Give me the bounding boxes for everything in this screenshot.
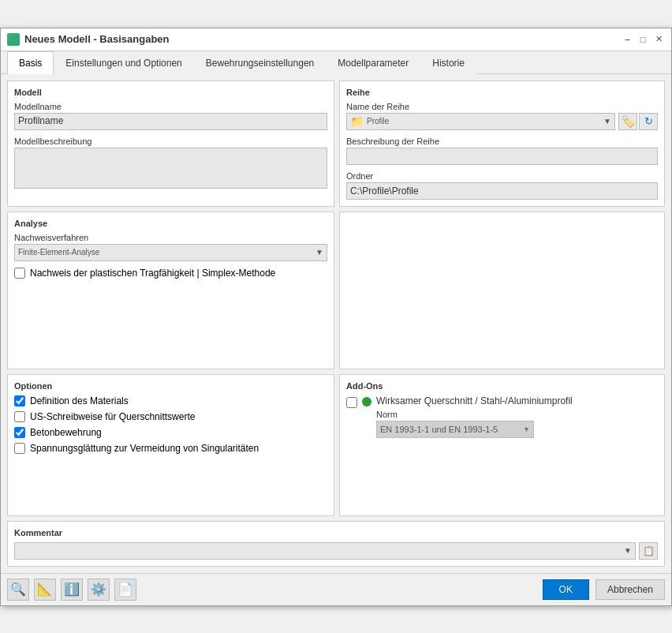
tab-bar: Basis Einstellungen und Optionen Bewehru… [1, 51, 671, 74]
analyse-panel: Analyse Nachweisverfahren Finite-Element… [7, 212, 334, 369]
app-icon [7, 33, 20, 46]
ordner-label: Ordner [346, 171, 658, 181]
addon-status-dot [362, 397, 371, 406]
beschreibung-label: Beschreibung der Reihe [346, 137, 658, 146]
analyse-row: Analyse Nachweisverfahren Finite-Element… [7, 212, 665, 369]
kommentar-inner: ▼ 📋 [14, 542, 658, 560]
option-checkbox-0[interactable] [14, 395, 25, 406]
norm-value: EN 1993-1-1 und EN 1993-1-5 [380, 425, 498, 434]
option-item-1: US-Schreibweise für Querschnittswerte [14, 411, 327, 422]
addon-content: Wirksamer Querschnitt / Stahl-/Aluminium… [376, 395, 658, 438]
window-title: Neues Modell - Basisangaben [24, 33, 170, 45]
title-controls: ‒ □ ✕ [621, 33, 665, 46]
kommentar-label: Kommentar [14, 528, 658, 537]
bottom-bar: 🔍 📐 ℹ️ ⚙️ 📄 OK Abbrechen [1, 573, 671, 605]
option-label-2: Betonbewehrung [30, 427, 102, 438]
kommentar-panel: Kommentar ▼ 📋 [7, 521, 665, 567]
reihe-name-container: 📁 Profile ▼ 🏷️ ↻ [346, 113, 658, 130]
bottom-left: 🔍 📐 ℹ️ ⚙️ 📄 [7, 579, 136, 601]
title-bar-left: Neues Modell - Basisangaben [7, 33, 170, 46]
simplex-row: Nachweis der plastischen Tragfähigkeit |… [14, 268, 327, 279]
options-row: Optionen Definition des Materials US-Sch… [7, 374, 665, 516]
cancel-button[interactable]: Abbrechen [595, 579, 665, 600]
ordner-path: C:\Profile\Profile [346, 182, 658, 200]
tab-basis[interactable]: Basis [7, 51, 54, 74]
options-panel: Optionen Definition des Materials US-Sch… [7, 374, 334, 516]
addons-section-label: Add-Ons [346, 381, 658, 391]
nachweisverfahren-label: Nachweisverfahren [14, 233, 327, 242]
modellname-input[interactable]: Profilname [14, 113, 327, 130]
options-section-label: Optionen [14, 381, 327, 391]
option-label-1: US-Schreibweise für Querschnittswerte [30, 411, 195, 422]
option-item-3: Spannungsglättung zur Vermeidung von Sin… [14, 443, 327, 454]
norm-dropdown[interactable]: EN 1993-1-1 und EN 1993-1-5 ▼ [376, 421, 534, 438]
modellbeschreibung-textarea[interactable] [14, 148, 327, 189]
reihe-panel: Reihe Name der Reihe 📁 Profile ▼ 🏷️ ↻ [339, 81, 665, 207]
modellbeschreibung-label: Modellbeschreibung [14, 137, 327, 146]
option-item-0: Definition des Materials [14, 395, 327, 406]
addon-checkbox-0[interactable] [346, 397, 357, 408]
main-content: Modell Modellname Profilname Modellbesch… [1, 74, 671, 573]
beschreibung-input[interactable] [346, 148, 658, 165]
addon-label-0: Wirksamer Querschnitt / Stahl-/Aluminium… [376, 395, 658, 406]
reihe-name-label: Name der Reihe [346, 102, 658, 111]
settings-icon-button[interactable]: ⚙️ [88, 579, 110, 601]
kommentar-dropdown[interactable]: ▼ [14, 542, 636, 560]
modellname-label: Modellname [14, 102, 327, 111]
modell-panel: Modell Modellname Profilname Modellbesch… [7, 81, 334, 207]
nachweisverfahren-dropdown[interactable]: Finite-Element-Analyse ▼ [14, 244, 327, 261]
addon-item-0: Wirksamer Querschnitt / Stahl-/Aluminium… [346, 395, 658, 438]
simplex-checkbox[interactable] [14, 268, 25, 279]
tab-einstellungen[interactable]: Einstellungen und Optionen [54, 51, 193, 74]
option-label-0: Definition des Materials [30, 395, 129, 406]
analyse-right-panel [339, 212, 665, 369]
reihe-name-value: Profile [367, 117, 389, 125]
tab-modellparameter[interactable]: Modellparameter [326, 51, 420, 74]
measure-icon-button[interactable]: 📐 [34, 579, 56, 601]
option-checkbox-2[interactable] [14, 427, 25, 438]
option-checkbox-1[interactable] [14, 411, 25, 422]
simplex-label: Nachweis der plastischen Tragfähigkeit |… [30, 268, 275, 279]
addons-panel: Add-Ons Wirksamer Querschnitt / Stahl-/A… [339, 374, 665, 516]
option-label-3: Spannungsglättung zur Vermeidung von Sin… [30, 443, 259, 454]
tab-historie[interactable]: Historie [420, 51, 476, 74]
norm-label: Norm [376, 410, 658, 419]
minimize-button[interactable]: ‒ [621, 33, 633, 46]
nachweisverfahren-value: Finite-Element-Analyse [18, 248, 99, 257]
info-icon-button[interactable]: ℹ️ [61, 579, 83, 601]
reihe-edit-button[interactable]: 🏷️ [618, 113, 637, 130]
ok-button[interactable]: OK [543, 579, 589, 600]
copy-icon-button[interactable]: 📄 [114, 579, 136, 601]
title-bar: Neues Modell - Basisangaben ‒ □ ✕ [1, 28, 671, 51]
bottom-right: OK Abbrechen [543, 579, 665, 600]
option-checkbox-3[interactable] [14, 443, 25, 454]
reihe-icons: 🏷️ ↻ [618, 113, 658, 130]
reihe-section-label: Reihe [346, 88, 658, 97]
maximize-button[interactable]: □ [637, 33, 649, 46]
option-item-2: Betonbewehrung [14, 427, 327, 438]
tab-bewehrung[interactable]: Bewehrungseinstellungen [194, 51, 326, 74]
close-button[interactable]: ✕ [652, 33, 665, 46]
reihe-name-dropdown[interactable]: 📁 Profile ▼ [346, 113, 615, 130]
kommentar-edit-button[interactable]: 📋 [639, 542, 658, 560]
top-row: Modell Modellname Profilname Modellbesch… [7, 81, 665, 207]
reihe-refresh-button[interactable]: ↻ [639, 113, 658, 130]
search-icon-button[interactable]: 🔍 [7, 579, 29, 601]
analyse-section-label: Analyse [14, 219, 327, 228]
modell-section-label: Modell [14, 88, 327, 97]
main-window: Neues Modell - Basisangaben ‒ □ ✕ Basis … [0, 28, 672, 606]
